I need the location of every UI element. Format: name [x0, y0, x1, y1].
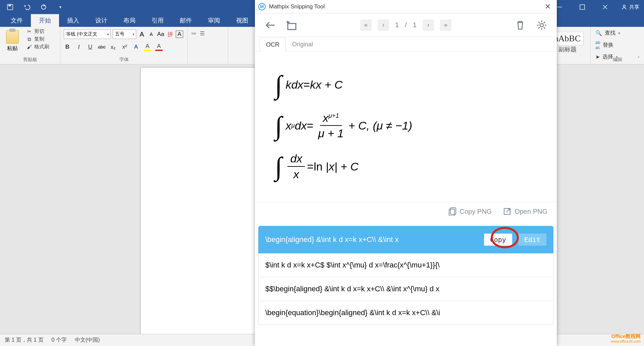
image-actions: Copy PNG Open PNG — [255, 202, 557, 221]
highlight-button[interactable]: A — [144, 43, 151, 51]
svg-point-11 — [540, 23, 543, 27]
equation-2: ∫ xμ dx = xμ+1 μ + 1 + C, (μ ≠ −1) — [275, 110, 537, 142]
share-label: 共享 — [629, 4, 639, 10]
output-row[interactable]: \begin{equation}\begin{aligned} &\int k … — [258, 301, 553, 325]
tab-insert[interactable]: 插入 — [59, 14, 87, 27]
undo-icon[interactable] — [23, 3, 31, 11]
char-border-button[interactable]: A — [176, 31, 183, 38]
font-family-combo[interactable]: 等线 (中文正文 — [64, 30, 111, 39]
status-language[interactable]: 中文(中国) — [75, 337, 100, 344]
group-label-font: 字体 — [60, 57, 187, 63]
maximize-icon[interactable] — [571, 0, 594, 14]
ocr-result-canvas: ∫ kdx = kx + C ∫ xμ dx = xμ+1 μ + 1 + C,… — [255, 52, 557, 202]
tab-original[interactable]: Original — [286, 37, 319, 51]
output-text: $\int k d x=k x+C$ $\int x^{\mu} d x=\fr… — [265, 261, 440, 269]
find-button[interactable]: 🔍查找▾ — [595, 30, 641, 37]
output-row[interactable]: $\int k d x=k x+C$ $\int x^{\mu} d x=\fr… — [258, 253, 553, 277]
phonetic-guide-button[interactable]: 拼 — [166, 31, 174, 38]
copy-png-button[interactable]: Copy PNG — [448, 207, 492, 216]
status-words[interactable]: 0 个字 — [52, 337, 67, 344]
equation-1: ∫ kdx = kx + C — [275, 69, 537, 101]
svg-point-9 — [623, 5, 625, 7]
group-editing: 🔍查找▾ abac替换 ➤选择▾ 编辑 — [590, 27, 644, 64]
copy-icon: ⧉ — [26, 36, 32, 42]
open-png-button[interactable]: Open PNG — [503, 207, 547, 215]
svg-rect-10 — [288, 23, 296, 30]
integral-icon: ∫ — [275, 110, 282, 142]
page-current: 1 — [395, 21, 399, 29]
numbering-icon[interactable]: ☰ — [200, 30, 205, 37]
svg-rect-6 — [580, 5, 585, 9]
mathpix-tabs: OCR Original — [255, 37, 557, 52]
collapse-ribbon-icon[interactable]: ˄ — [637, 56, 640, 62]
integral-icon: ∫ — [275, 69, 282, 101]
tab-home[interactable]: 开始 — [31, 14, 59, 27]
redo-icon[interactable] — [40, 3, 48, 11]
tab-mailings[interactable]: 邮件 — [172, 14, 200, 27]
bullets-icon[interactable]: ≔ — [191, 30, 197, 37]
status-page[interactable]: 第 1 页，共 1 页 — [5, 337, 44, 344]
cut-button[interactable]: ✂剪切 — [26, 28, 49, 35]
page-first-icon[interactable]: « — [360, 19, 372, 31]
close-icon[interactable] — [594, 0, 616, 14]
svg-line-18 — [544, 22, 545, 23]
equation-3: ∫ dx x = ln |x| + C — [275, 151, 537, 182]
group-font: 等线 (中文正文 五号 A A Aa 拼 A B I U abc x₂ x² A… — [60, 27, 188, 64]
output-text: \begin{equation}\begin{aligned} &\int k … — [265, 308, 440, 317]
tab-file[interactable]: 文件 — [3, 14, 31, 27]
gear-icon[interactable] — [535, 18, 549, 32]
output-text: $$\begin{aligned} &\int k d x=k x+C\\ &\… — [265, 285, 439, 293]
tab-ocr[interactable]: OCR — [260, 38, 286, 52]
tab-view[interactable]: 视图 — [228, 14, 256, 27]
output-row-primary[interactable]: \begin{aligned} &\int k d x=k x+C\\ &\in… — [258, 226, 553, 253]
trash-icon[interactable] — [513, 18, 527, 32]
change-case-button[interactable]: Aa — [157, 31, 164, 38]
share-button[interactable]: 共享 — [616, 4, 644, 10]
output-row[interactable]: $$\begin{aligned} &\int k d x=k x+C\\ &\… — [258, 277, 553, 301]
replace-button[interactable]: abac替换 — [595, 40, 641, 50]
page-last-icon[interactable]: » — [440, 19, 451, 31]
output-text: \begin{aligned} &\int k d x=k x+C\\ &\in… — [265, 235, 398, 244]
back-icon[interactable] — [263, 18, 277, 32]
tab-review[interactable]: 审阅 — [200, 14, 228, 27]
qat-dropdown-icon[interactable]: ▾ — [56, 3, 64, 11]
format-painter-button[interactable]: 🖌格式刷 — [26, 44, 49, 50]
scissors-icon: ✂ — [26, 29, 32, 35]
paste-icon — [6, 30, 19, 44]
svg-line-17 — [544, 27, 545, 29]
brush-icon: 🖌 — [26, 44, 32, 50]
font-color-button[interactable]: A — [155, 43, 163, 51]
copy-button[interactable]: ⧉复制 — [26, 36, 49, 42]
text-effects-button[interactable]: A — [132, 44, 140, 50]
superscript-button[interactable]: x² — [121, 44, 128, 50]
edit-button[interactable]: Edit — [518, 234, 546, 246]
mathpix-toolbar: « ‹ 1 / 1 › » — [255, 13, 557, 37]
font-size-combo[interactable]: 五号 — [113, 30, 136, 39]
paste-button[interactable]: 粘贴 — [3, 28, 21, 52]
replace-icon: abac — [595, 40, 600, 50]
tab-layout[interactable]: 布局 — [115, 14, 144, 27]
underline-button[interactable]: U — [87, 44, 94, 50]
group-clipboard: 粘贴 ✂剪切 ⧉复制 🖌格式刷 剪贴板 — [0, 27, 60, 64]
italic-button[interactable]: I — [75, 44, 83, 50]
svg-line-16 — [538, 22, 540, 23]
tab-references[interactable]: 引用 — [144, 14, 172, 27]
bold-button[interactable]: B — [64, 44, 71, 50]
save-icon[interactable] — [6, 3, 14, 11]
grow-font-button[interactable]: A — [138, 31, 146, 38]
watermark: Office教程网 www.office26.com — [611, 334, 641, 343]
page-next-icon[interactable]: › — [423, 19, 434, 31]
mathpix-close-icon[interactable]: ✕ — [542, 2, 553, 11]
page-prev-icon[interactable]: ‹ — [378, 19, 389, 31]
subscript-button[interactable]: x₂ — [110, 44, 117, 51]
integral-icon: ∫ — [275, 151, 282, 182]
tab-design[interactable]: 设计 — [87, 14, 115, 27]
copy-button[interactable]: Copy — [484, 234, 512, 246]
page-total: 1 — [413, 21, 417, 29]
shrink-font-button[interactable]: A — [148, 32, 155, 37]
screenshot-icon[interactable] — [284, 18, 299, 32]
pager: « ‹ 1 / 1 › » — [360, 19, 451, 31]
strike-button[interactable]: abc — [98, 44, 106, 50]
search-icon: 🔍 — [595, 30, 602, 36]
style-label: 副标题 — [554, 45, 581, 53]
